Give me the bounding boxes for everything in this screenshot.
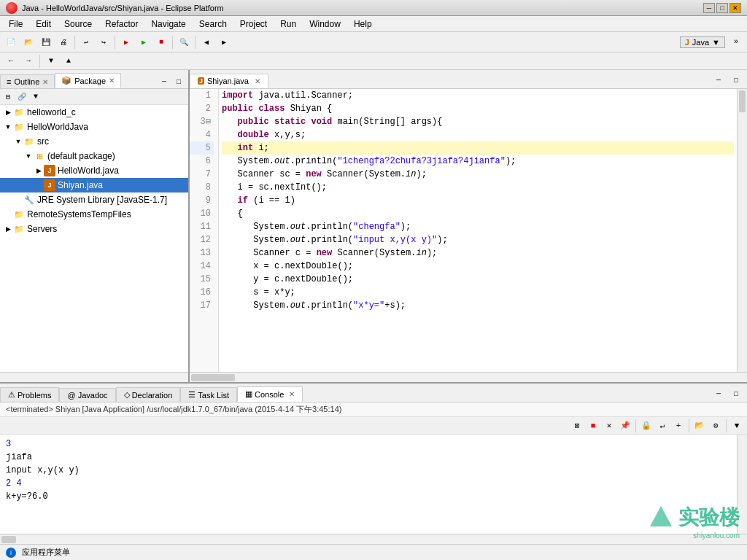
redo-button[interactable]: ↪: [96, 34, 112, 50]
prev-button[interactable]: ◀: [198, 34, 214, 50]
sidebar: ≡ Outline ✕ 📦 Package ✕ ─ □ ⊟ 🔗 ▼: [0, 70, 190, 382]
tree-item-default-package[interactable]: ▼ ⊞ (default package): [0, 149, 188, 163]
open-button[interactable]: 📂: [20, 34, 36, 50]
console-maximize[interactable]: □: [728, 386, 744, 402]
open-file-btn[interactable]: 📂: [692, 419, 707, 433]
maximize-button[interactable]: □: [716, 3, 728, 13]
tab-outline[interactable]: ≡ Outline ✕: [0, 74, 55, 88]
console-status-bar: <terminated> Shiyan [Java Application] /…: [0, 402, 747, 417]
sidebar-menu-btn[interactable]: ▼: [29, 90, 42, 104]
remove-launch-btn[interactable]: ✕: [602, 419, 616, 433]
tree-item-helloworld-java[interactable]: ▶ J HelloWorld.java: [0, 163, 188, 178]
menu-edit[interactable]: Edit: [30, 18, 57, 31]
menu-file[interactable]: File: [3, 18, 28, 31]
code-editor[interactable]: import java.util.Scanner; public class S…: [219, 89, 737, 372]
print-button[interactable]: 🖨: [55, 34, 71, 50]
editor-maximize[interactable]: □: [728, 72, 744, 88]
console-close[interactable]: ✕: [289, 390, 295, 398]
outline-close[interactable]: ✕: [42, 78, 48, 86]
collapse-all-btn[interactable]: ⊟: [1, 90, 15, 104]
tab-close-icon[interactable]: ✕: [255, 77, 260, 85]
menu-refactor[interactable]: Refactor: [99, 18, 144, 31]
new-button[interactable]: 📄: [3, 34, 19, 50]
undo-button[interactable]: ↩: [78, 34, 94, 50]
clear-console-btn[interactable]: ⊠: [570, 419, 584, 433]
tree-label: HelloWorldJava: [27, 122, 88, 132]
expand-btn[interactable]: ▲: [61, 53, 77, 69]
terminate-btn[interactable]: ■: [586, 419, 600, 433]
debug-button[interactable]: ▶: [118, 34, 134, 50]
arrow-icon: ▼: [13, 138, 23, 145]
tree-item-servers[interactable]: ▶ 📁 Servers: [0, 222, 188, 236]
menu-source[interactable]: Source: [58, 18, 98, 31]
tab-console[interactable]: ▦ Console ✕: [237, 386, 303, 402]
show-preferences-btn[interactable]: ⚙: [708, 419, 723, 433]
console-scrollbar-h[interactable]: [0, 534, 747, 544]
ln-3: 3⊟: [190, 115, 214, 128]
tree-item-jre[interactable]: 🔧 JRE System Library [JavaSE-1.7]: [0, 192, 188, 207]
menu-project[interactable]: Project: [234, 18, 273, 31]
run-button[interactable]: ▶: [136, 34, 152, 50]
tab-problems[interactable]: ⚠ Problems: [0, 387, 59, 402]
tab-tasklist[interactable]: ☰ Task List: [180, 387, 237, 402]
ln-1: 1: [190, 89, 214, 102]
java-file-icon: J: [44, 179, 55, 191]
link-editor-btn[interactable]: 🔗: [15, 90, 28, 104]
back-btn[interactable]: ←: [3, 53, 19, 69]
perspective-arrow: ▼: [712, 38, 720, 47]
window-controls[interactable]: ─ □ ✕: [703, 3, 741, 13]
editor-scrollbar-v[interactable]: [737, 89, 747, 372]
ln-2: 2: [190, 102, 214, 115]
tree-item-src[interactable]: ▼ 📁 src: [0, 134, 188, 149]
forward-btn[interactable]: →: [20, 53, 36, 69]
console-line-2: jiafa: [6, 451, 731, 464]
package-close[interactable]: ✕: [109, 77, 115, 85]
minimize-button[interactable]: ─: [703, 3, 715, 13]
word-wrap-btn[interactable]: ↵: [655, 419, 670, 433]
stop-button[interactable]: ■: [153, 34, 169, 50]
console-minimize[interactable]: ─: [711, 386, 727, 402]
menu-help[interactable]: Help: [348, 18, 378, 31]
collapse-btn[interactable]: ▼: [43, 53, 59, 69]
menu-run[interactable]: Run: [274, 18, 302, 31]
next-button[interactable]: ▶: [216, 34, 232, 50]
ln-9: 9: [190, 194, 214, 207]
project-tree[interactable]: ▶ 📁 helloworld_c ▼ 📁 HelloWorldJava ▼ 📁 …: [0, 105, 188, 372]
menu-search[interactable]: Search: [193, 18, 233, 31]
pin-console-btn[interactable]: 📌: [618, 419, 632, 433]
tree-item-shiyan-java[interactable]: J Shiyan.java: [0, 178, 188, 192]
tree-label: JRE System Library [JavaSE-1.7]: [37, 195, 167, 205]
new-console-btn[interactable]: +: [671, 419, 686, 433]
perspective-java[interactable]: J Java ▼: [680, 36, 725, 48]
line-numbers: 1 2 3⊟ 4 5 6 7 8 9 10 11 12 13 14 15 16: [190, 89, 219, 372]
tree-item-remote[interactable]: 📁 RemoteSystemsTempFiles: [0, 207, 188, 222]
console-menu-btn[interactable]: ▼: [729, 419, 744, 433]
sidebar-minimize[interactable]: ─: [158, 75, 171, 88]
code-line-4: double x,y,s;: [222, 128, 734, 141]
console-output[interactable]: 3 jiafa input x,y(x y) 2 4 k+y=?6.0: [0, 435, 737, 534]
sep2: [115, 36, 115, 49]
tree-item-helloworldjava[interactable]: ▼ 📁 HelloWorldJava: [0, 120, 188, 134]
editor-scrollbar-h[interactable]: [190, 372, 747, 382]
tab-declaration[interactable]: ◇ Declaration: [116, 387, 181, 402]
tab-javadoc[interactable]: @ Javadoc: [59, 388, 115, 402]
menu-window[interactable]: Window: [303, 18, 347, 31]
editor-minimize[interactable]: ─: [711, 72, 727, 88]
editor-content[interactable]: 1 2 3⊟ 4 5 6 7 8 9 10 11 12 13 14 15 16: [190, 89, 747, 372]
scroll-lock-btn[interactable]: 🔒: [639, 419, 654, 433]
code-line-9: if (i == 1): [222, 194, 734, 207]
perspective-options[interactable]: »: [728, 34, 744, 50]
sidebar-scrollbar-h[interactable]: [0, 372, 188, 382]
tree-label: (default package): [47, 151, 115, 161]
menu-navigate[interactable]: Navigate: [145, 18, 191, 31]
tab-package[interactable]: 📦 Package ✕: [55, 73, 121, 88]
search-button[interactable]: 🔍: [176, 34, 192, 50]
save-button[interactable]: 💾: [38, 34, 54, 50]
code-line-13: Scanner c = new Scanner(System.in);: [222, 246, 734, 260]
close-button[interactable]: ✕: [729, 3, 741, 13]
editor-area: J Shiyan.java ✕ ─ □ 1 2 3⊟ 4 5 6 7: [190, 70, 747, 382]
editor-tab-shiyan[interactable]: J Shiyan.java ✕: [190, 74, 268, 88]
sidebar-maximize[interactable]: □: [172, 75, 185, 88]
problems-icon: ⚠: [8, 390, 15, 400]
tree-item-helloworld-c[interactable]: ▶ 📁 helloworld_c: [0, 105, 188, 120]
